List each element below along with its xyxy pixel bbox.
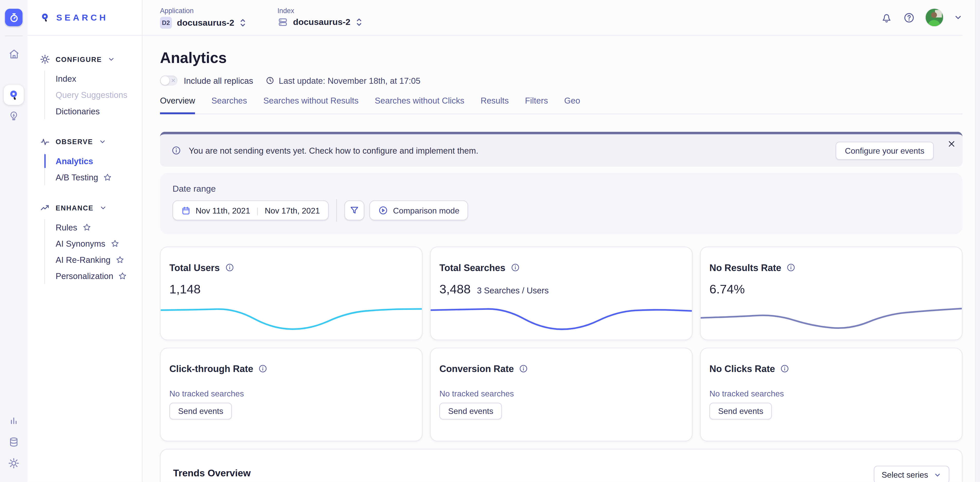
index-selector: Index docusaurus-2: [277, 7, 362, 29]
sidebar-item-personalization[interactable]: Personalization: [45, 268, 142, 284]
tab-searches-without-clicks[interactable]: Searches without Clicks: [375, 96, 464, 114]
star-icon: [110, 239, 119, 248]
search-icon: [8, 89, 19, 101]
sidebar-item-label: Dictionaries: [56, 106, 100, 116]
info-icon[interactable]: [780, 364, 789, 373]
search-product-button[interactable]: [4, 85, 24, 105]
sidebar-section-label: OBSERVE: [56, 138, 93, 146]
last-update-text: Last update: November 18th, at 17:05: [279, 76, 420, 85]
tab-filters[interactable]: Filters: [525, 96, 548, 114]
info-icon[interactable]: [258, 364, 267, 373]
data-sources-button[interactable]: [5, 433, 22, 451]
comparison-mode-button[interactable]: Comparison mode: [369, 200, 468, 220]
page-scrollbar[interactable]: [975, 0, 980, 482]
database-icon: [8, 436, 19, 447]
trends-overview-card: Trends Overview Select series: [160, 449, 963, 482]
bar-chart-icon: [8, 415, 19, 427]
application-label: Application: [160, 7, 246, 14]
info-icon: [171, 146, 181, 155]
usage-stats-button[interactable]: [5, 412, 22, 430]
calendar-icon: [181, 206, 191, 215]
info-icon[interactable]: [225, 263, 234, 272]
chevron-down-icon: [934, 471, 941, 479]
page-content: Analytics ✕ Include all replicas Last up…: [143, 36, 980, 482]
home-icon: [8, 48, 19, 60]
include-replicas-toggle[interactable]: ✕ Include all replicas: [160, 76, 253, 86]
send-events-button[interactable]: Send events: [439, 403, 502, 420]
card-title: Click-through Rate: [169, 363, 253, 374]
sidebar-item-label: A/B Testing: [56, 173, 98, 182]
settings-button[interactable]: [5, 455, 22, 472]
product-logo[interactable]: SEARCH: [27, 0, 142, 36]
conversion-rate-card: Conversion Rate No tracked searches Send…: [430, 348, 693, 441]
pulse-icon: [40, 137, 50, 147]
home-button[interactable]: [5, 45, 22, 62]
events-banner: You are not sending events yet. Check ho…: [160, 132, 963, 167]
help-button[interactable]: [903, 11, 915, 24]
app-rail: [0, 0, 27, 482]
filter-button[interactable]: [344, 200, 364, 220]
date-range-heading: Date range: [173, 184, 950, 193]
card-title: Total Searches: [439, 262, 506, 273]
sidebar-item-query-suggestions[interactable]: Query Suggestions: [45, 87, 142, 103]
last-update: Last update: November 18th, at 17:05: [266, 76, 420, 85]
total-searches-card: Total Searches 3,488 3 Searches / Users: [430, 247, 693, 340]
application-value: docusaurus-2: [177, 17, 234, 27]
updown-chevron-icon: [355, 17, 363, 27]
product-logo-text: SEARCH: [56, 13, 108, 22]
sidebar-item-ai-synonyms[interactable]: AI Synonyms: [45, 235, 142, 252]
account-menu-button[interactable]: [954, 13, 963, 22]
close-icon[interactable]: [948, 140, 956, 148]
sidebar-section-configure: CONFIGURE Index Query Suggestions Dictio…: [40, 52, 142, 119]
sidebar-item-ab-testing[interactable]: A/B Testing: [45, 169, 142, 185]
top-header: Application D2 docusaurus-2 Index: [143, 0, 963, 36]
tab-geo[interactable]: Geo: [564, 96, 580, 114]
sidebar-item-analytics[interactable]: Analytics: [45, 153, 142, 169]
tab-results[interactable]: Results: [480, 96, 509, 114]
empty-note: No tracked searches: [169, 389, 413, 398]
date-separator: |: [255, 206, 260, 215]
app-switcher-button[interactable]: [5, 9, 22, 26]
configure-events-button[interactable]: Configure your events: [835, 141, 934, 159]
empty-metric-cards-row: Click-through Rate No tracked searches S…: [160, 348, 963, 441]
info-icon[interactable]: [510, 263, 520, 272]
sidebar-item-label: Rules: [56, 222, 77, 232]
tab-searches-without-results[interactable]: Searches without Results: [263, 96, 359, 114]
index-label: Index: [277, 7, 362, 14]
sidebar-section-enhance-header[interactable]: ENHANCE: [40, 200, 142, 215]
sidebar-item-label: AI Synonyms: [56, 239, 105, 248]
sidebar-section-configure-header[interactable]: CONFIGURE: [40, 52, 142, 67]
recommend-product-button[interactable]: [5, 108, 22, 125]
sidebar-item-dictionaries[interactable]: Dictionaries: [45, 103, 142, 119]
sidebar-item-ai-re-ranking[interactable]: AI Re-Ranking: [45, 252, 142, 268]
star-icon: [118, 271, 127, 280]
application-selector: Application D2 docusaurus-2: [160, 7, 246, 29]
total-users-sparkline: [161, 306, 422, 332]
tab-overview[interactable]: Overview: [160, 96, 195, 114]
index-select[interactable]: docusaurus-2: [277, 16, 362, 27]
lightbulb-flash-icon: [8, 111, 19, 122]
card-value: 6.74%: [710, 282, 745, 296]
sidebar-section-observe-header[interactable]: OBSERVE: [40, 134, 142, 149]
empty-note: No tracked searches: [710, 389, 953, 398]
send-events-button[interactable]: Send events: [169, 403, 232, 420]
toggle-label: Include all replicas: [184, 76, 253, 85]
avatar[interactable]: [926, 9, 943, 26]
gear-icon: [8, 458, 19, 469]
info-icon[interactable]: [519, 364, 528, 373]
rail-divider: [5, 36, 22, 36]
select-series-button[interactable]: Select series: [873, 466, 950, 482]
notifications-button[interactable]: [881, 11, 892, 24]
application-select[interactable]: D2 docusaurus-2: [160, 16, 246, 28]
sidebar-item-rules[interactable]: Rules: [45, 219, 142, 235]
tab-searches[interactable]: Searches: [212, 96, 247, 114]
toggle-switch[interactable]: ✕: [160, 76, 178, 86]
sidebar-section-observe: OBSERVE Analytics A/B Testing: [40, 134, 142, 185]
click-through-rate-card: Click-through Rate No tracked searches S…: [160, 348, 423, 441]
metric-cards-row: Total Users 1,148 Total Searches: [160, 247, 963, 340]
date-range-picker[interactable]: Nov 11th, 2021 | Nov 17th, 2021: [173, 200, 329, 220]
updown-chevron-icon: [239, 18, 246, 27]
sidebar-item-index[interactable]: Index: [45, 71, 142, 87]
info-icon[interactable]: [786, 263, 795, 272]
send-events-button[interactable]: Send events: [710, 403, 772, 420]
